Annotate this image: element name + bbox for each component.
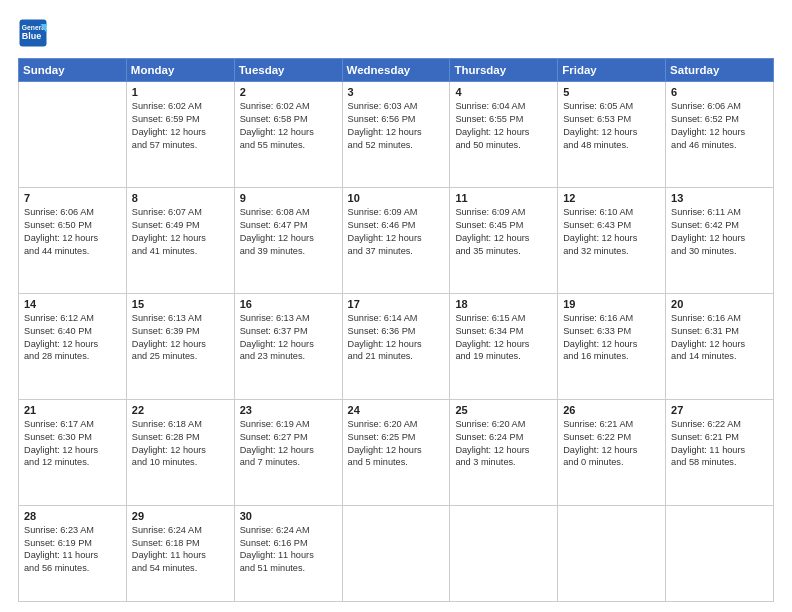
day-info: Sunrise: 6:06 AM Sunset: 6:50 PM Dayligh…	[24, 206, 121, 258]
day-info: Sunrise: 6:23 AM Sunset: 6:19 PM Dayligh…	[24, 524, 121, 576]
calendar-table: SundayMondayTuesdayWednesdayThursdayFrid…	[18, 58, 774, 602]
calendar-cell: 18Sunrise: 6:15 AM Sunset: 6:34 PM Dayli…	[450, 293, 558, 399]
day-info: Sunrise: 6:02 AM Sunset: 6:58 PM Dayligh…	[240, 100, 337, 152]
calendar-cell: 5Sunrise: 6:05 AM Sunset: 6:53 PM Daylig…	[558, 82, 666, 188]
day-number: 2	[240, 86, 337, 98]
day-info: Sunrise: 6:04 AM Sunset: 6:55 PM Dayligh…	[455, 100, 552, 152]
col-header-sunday: Sunday	[19, 59, 127, 82]
calendar-cell: 14Sunrise: 6:12 AM Sunset: 6:40 PM Dayli…	[19, 293, 127, 399]
day-info: Sunrise: 6:16 AM Sunset: 6:33 PM Dayligh…	[563, 312, 660, 364]
calendar-row-3: 21Sunrise: 6:17 AM Sunset: 6:30 PM Dayli…	[19, 399, 774, 505]
day-info: Sunrise: 6:20 AM Sunset: 6:24 PM Dayligh…	[455, 418, 552, 470]
day-info: Sunrise: 6:08 AM Sunset: 6:47 PM Dayligh…	[240, 206, 337, 258]
svg-text:Blue: Blue	[22, 31, 42, 41]
day-info: Sunrise: 6:16 AM Sunset: 6:31 PM Dayligh…	[671, 312, 768, 364]
calendar-cell: 11Sunrise: 6:09 AM Sunset: 6:45 PM Dayli…	[450, 187, 558, 293]
calendar-cell: 2Sunrise: 6:02 AM Sunset: 6:58 PM Daylig…	[234, 82, 342, 188]
day-info: Sunrise: 6:12 AM Sunset: 6:40 PM Dayligh…	[24, 312, 121, 364]
calendar-row-4: 28Sunrise: 6:23 AM Sunset: 6:19 PM Dayli…	[19, 505, 774, 601]
calendar-cell: 29Sunrise: 6:24 AM Sunset: 6:18 PM Dayli…	[126, 505, 234, 601]
day-info: Sunrise: 6:19 AM Sunset: 6:27 PM Dayligh…	[240, 418, 337, 470]
day-number: 15	[132, 298, 229, 310]
day-number: 17	[348, 298, 445, 310]
calendar-cell: 17Sunrise: 6:14 AM Sunset: 6:36 PM Dayli…	[342, 293, 450, 399]
calendar-cell: 24Sunrise: 6:20 AM Sunset: 6:25 PM Dayli…	[342, 399, 450, 505]
day-info: Sunrise: 6:14 AM Sunset: 6:36 PM Dayligh…	[348, 312, 445, 364]
day-info: Sunrise: 6:17 AM Sunset: 6:30 PM Dayligh…	[24, 418, 121, 470]
day-number: 25	[455, 404, 552, 416]
day-number: 8	[132, 192, 229, 204]
calendar-cell: 10Sunrise: 6:09 AM Sunset: 6:46 PM Dayli…	[342, 187, 450, 293]
calendar-cell	[450, 505, 558, 601]
calendar-row-0: 1Sunrise: 6:02 AM Sunset: 6:59 PM Daylig…	[19, 82, 774, 188]
day-number: 27	[671, 404, 768, 416]
day-info: Sunrise: 6:24 AM Sunset: 6:16 PM Dayligh…	[240, 524, 337, 576]
calendar-cell: 1Sunrise: 6:02 AM Sunset: 6:59 PM Daylig…	[126, 82, 234, 188]
day-number: 16	[240, 298, 337, 310]
calendar-cell: 28Sunrise: 6:23 AM Sunset: 6:19 PM Dayli…	[19, 505, 127, 601]
calendar-cell: 6Sunrise: 6:06 AM Sunset: 6:52 PM Daylig…	[666, 82, 774, 188]
calendar-cell: 27Sunrise: 6:22 AM Sunset: 6:21 PM Dayli…	[666, 399, 774, 505]
calendar-cell: 25Sunrise: 6:20 AM Sunset: 6:24 PM Dayli…	[450, 399, 558, 505]
day-info: Sunrise: 6:20 AM Sunset: 6:25 PM Dayligh…	[348, 418, 445, 470]
day-info: Sunrise: 6:10 AM Sunset: 6:43 PM Dayligh…	[563, 206, 660, 258]
day-number: 10	[348, 192, 445, 204]
day-info: Sunrise: 6:05 AM Sunset: 6:53 PM Dayligh…	[563, 100, 660, 152]
calendar-row-2: 14Sunrise: 6:12 AM Sunset: 6:40 PM Dayli…	[19, 293, 774, 399]
day-number: 19	[563, 298, 660, 310]
day-info: Sunrise: 6:07 AM Sunset: 6:49 PM Dayligh…	[132, 206, 229, 258]
day-info: Sunrise: 6:21 AM Sunset: 6:22 PM Dayligh…	[563, 418, 660, 470]
logo: General Blue	[18, 18, 52, 48]
day-number: 1	[132, 86, 229, 98]
day-info: Sunrise: 6:06 AM Sunset: 6:52 PM Dayligh…	[671, 100, 768, 152]
day-number: 5	[563, 86, 660, 98]
day-number: 29	[132, 510, 229, 522]
day-number: 11	[455, 192, 552, 204]
calendar-cell: 3Sunrise: 6:03 AM Sunset: 6:56 PM Daylig…	[342, 82, 450, 188]
day-info: Sunrise: 6:03 AM Sunset: 6:56 PM Dayligh…	[348, 100, 445, 152]
calendar-header-row: SundayMondayTuesdayWednesdayThursdayFrid…	[19, 59, 774, 82]
calendar-row-1: 7Sunrise: 6:06 AM Sunset: 6:50 PM Daylig…	[19, 187, 774, 293]
calendar-cell	[666, 505, 774, 601]
calendar-cell: 9Sunrise: 6:08 AM Sunset: 6:47 PM Daylig…	[234, 187, 342, 293]
day-info: Sunrise: 6:02 AM Sunset: 6:59 PM Dayligh…	[132, 100, 229, 152]
calendar-cell: 16Sunrise: 6:13 AM Sunset: 6:37 PM Dayli…	[234, 293, 342, 399]
day-number: 9	[240, 192, 337, 204]
day-number: 13	[671, 192, 768, 204]
calendar-cell	[342, 505, 450, 601]
logo-icon: General Blue	[18, 18, 48, 48]
day-number: 18	[455, 298, 552, 310]
col-header-thursday: Thursday	[450, 59, 558, 82]
calendar-cell: 4Sunrise: 6:04 AM Sunset: 6:55 PM Daylig…	[450, 82, 558, 188]
header: General Blue	[18, 18, 774, 48]
day-number: 12	[563, 192, 660, 204]
calendar-cell: 7Sunrise: 6:06 AM Sunset: 6:50 PM Daylig…	[19, 187, 127, 293]
calendar-cell: 23Sunrise: 6:19 AM Sunset: 6:27 PM Dayli…	[234, 399, 342, 505]
day-info: Sunrise: 6:13 AM Sunset: 6:39 PM Dayligh…	[132, 312, 229, 364]
day-info: Sunrise: 6:09 AM Sunset: 6:45 PM Dayligh…	[455, 206, 552, 258]
col-header-wednesday: Wednesday	[342, 59, 450, 82]
day-info: Sunrise: 6:15 AM Sunset: 6:34 PM Dayligh…	[455, 312, 552, 364]
calendar-cell: 12Sunrise: 6:10 AM Sunset: 6:43 PM Dayli…	[558, 187, 666, 293]
day-info: Sunrise: 6:09 AM Sunset: 6:46 PM Dayligh…	[348, 206, 445, 258]
day-info: Sunrise: 6:24 AM Sunset: 6:18 PM Dayligh…	[132, 524, 229, 576]
calendar-cell: 26Sunrise: 6:21 AM Sunset: 6:22 PM Dayli…	[558, 399, 666, 505]
calendar-cell	[558, 505, 666, 601]
calendar-cell	[19, 82, 127, 188]
calendar-cell: 30Sunrise: 6:24 AM Sunset: 6:16 PM Dayli…	[234, 505, 342, 601]
col-header-monday: Monday	[126, 59, 234, 82]
day-info: Sunrise: 6:13 AM Sunset: 6:37 PM Dayligh…	[240, 312, 337, 364]
calendar-cell: 20Sunrise: 6:16 AM Sunset: 6:31 PM Dayli…	[666, 293, 774, 399]
calendar-cell: 22Sunrise: 6:18 AM Sunset: 6:28 PM Dayli…	[126, 399, 234, 505]
col-header-saturday: Saturday	[666, 59, 774, 82]
day-number: 20	[671, 298, 768, 310]
calendar-cell: 19Sunrise: 6:16 AM Sunset: 6:33 PM Dayli…	[558, 293, 666, 399]
calendar-cell: 15Sunrise: 6:13 AM Sunset: 6:39 PM Dayli…	[126, 293, 234, 399]
calendar-cell: 13Sunrise: 6:11 AM Sunset: 6:42 PM Dayli…	[666, 187, 774, 293]
day-info: Sunrise: 6:11 AM Sunset: 6:42 PM Dayligh…	[671, 206, 768, 258]
page: General Blue SundayMondayTuesdayWednesda…	[0, 0, 792, 612]
day-number: 14	[24, 298, 121, 310]
day-number: 4	[455, 86, 552, 98]
day-number: 22	[132, 404, 229, 416]
col-header-tuesday: Tuesday	[234, 59, 342, 82]
